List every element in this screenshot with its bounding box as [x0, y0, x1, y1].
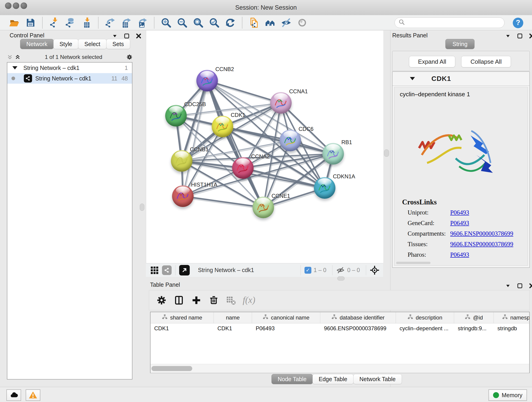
- tab-edge-table[interactable]: Edge Table: [312, 374, 354, 384]
- column-header-database-identifier[interactable]: database identifier: [320, 312, 396, 323]
- collapse-tree-icon[interactable]: [15, 54, 21, 60]
- copy-document-icon[interactable]: [248, 17, 260, 28]
- gear-icon[interactable]: [155, 294, 168, 307]
- memory-button[interactable]: Memory: [488, 389, 527, 401]
- tab-select[interactable]: Select: [78, 39, 106, 49]
- collapse-all-button[interactable]: Collapse All: [461, 56, 511, 67]
- column-header-description[interactable]: description: [396, 312, 454, 323]
- import-table-file-icon[interactable]: [81, 17, 92, 28]
- node-cdc6[interactable]: [279, 130, 301, 151]
- open-session-icon[interactable]: [9, 17, 20, 28]
- network-canvas[interactable]: CCNB2CCNA1CDC25BCDK1CDC6RB1CCNB1CCNA2CDK…: [146, 31, 383, 263]
- float-panel-icon[interactable]: [517, 283, 523, 289]
- crosslink-link[interactable]: P06493: [450, 220, 469, 227]
- column-header-canonical-name[interactable]: canonical name: [252, 312, 320, 323]
- hide-selected-icon[interactable]: [280, 17, 292, 28]
- column-header-namespac[interactable]: namespac: [494, 312, 530, 323]
- help-icon[interactable]: ?: [512, 17, 524, 29]
- protein-structure-thumbnail: [172, 185, 194, 207]
- collapse-panel-icon[interactable]: [505, 33, 511, 39]
- network-row[interactable]: String Network – cdk1 11 48: [7, 73, 132, 84]
- first-neighbors-icon[interactable]: [264, 17, 276, 28]
- network-collection-row[interactable]: String Network – cdk1 1: [7, 63, 132, 73]
- columns-icon[interactable]: [172, 294, 185, 307]
- table-cell[interactable]: cyclin–dependent ...: [396, 323, 454, 333]
- collapse-panel-icon[interactable]: [505, 283, 511, 289]
- scrollbar-handle[interactable]: [152, 366, 192, 371]
- bottom-splitter-grip[interactable]: [337, 276, 345, 281]
- grid-view-icon[interactable]: [150, 266, 159, 274]
- warning-button[interactable]: [26, 389, 40, 401]
- table-cell[interactable]: CDK1: [151, 323, 214, 333]
- show-all-icon[interactable]: [297, 17, 308, 28]
- cloud-button[interactable]: [6, 389, 21, 401]
- zoom-in-icon[interactable]: [160, 17, 172, 28]
- birds-eye-crosshair-icon[interactable]: [370, 265, 380, 275]
- zoom-out-icon[interactable]: [177, 17, 188, 28]
- tab-network-table[interactable]: Network Table: [353, 374, 402, 384]
- table-cell[interactable]: CDK1: [214, 323, 252, 333]
- sitemap-icon: [407, 314, 413, 321]
- column-header-shared-name[interactable]: shared name: [151, 312, 214, 323]
- column-header--id[interactable]: @id: [454, 312, 494, 323]
- node-cdk1[interactable]: [212, 116, 233, 137]
- open-in-new-icon[interactable]: [179, 265, 190, 275]
- node-ccne1[interactable]: [253, 197, 274, 218]
- expand-all-button[interactable]: Expand All: [409, 56, 455, 67]
- export-image-icon[interactable]: [137, 17, 148, 28]
- right-splitter-grip[interactable]: [384, 149, 389, 157]
- node-ccna2[interactable]: [232, 157, 254, 179]
- table-body: CDK1CDK1P064939606.ENSP00000378699cyclin…: [151, 323, 529, 333]
- search-input[interactable]: [406, 19, 504, 26]
- tab-node-table[interactable]: Node Table: [272, 374, 313, 384]
- table-row[interactable]: CDK1CDK1P064939606.ENSP00000378699cyclin…: [151, 323, 529, 333]
- trash-icon[interactable]: [207, 294, 220, 307]
- table-cell[interactable]: stringdb:9...: [454, 323, 494, 333]
- import-network-database-icon[interactable]: [65, 17, 76, 28]
- close-panel-icon[interactable]: [529, 283, 532, 289]
- crosslink-link[interactable]: 9606.ENSP00000378699: [450, 230, 513, 237]
- node-rb1[interactable]: [322, 143, 344, 165]
- table-cell[interactable]: stringdb: [494, 323, 530, 333]
- node-ccnb2[interactable]: [196, 70, 218, 91]
- card-scrollbar[interactable]: [396, 262, 431, 264]
- crosslink-link[interactable]: P06493: [450, 251, 469, 258]
- node-cdc25b[interactable]: [165, 105, 187, 127]
- expand-tree-icon[interactable]: [7, 54, 13, 60]
- tree-expander-icon[interactable]: [12, 66, 17, 70]
- float-panel-icon[interactable]: [517, 33, 523, 39]
- collapse-panel-icon[interactable]: [112, 33, 118, 39]
- tab-string[interactable]: String: [445, 39, 475, 49]
- export-table-icon[interactable]: [120, 17, 132, 28]
- tab-sets[interactable]: Sets: [106, 39, 130, 49]
- node-ccna1[interactable]: [270, 92, 292, 114]
- column-header-name[interactable]: name: [214, 312, 252, 323]
- float-panel-icon[interactable]: [124, 33, 130, 39]
- close-panel-icon[interactable]: [529, 33, 532, 39]
- tab-network[interactable]: Network: [20, 39, 54, 49]
- add-icon[interactable]: [190, 294, 203, 307]
- collapse-entry-icon[interactable]: [410, 77, 415, 80]
- refresh-icon[interactable]: [225, 17, 236, 28]
- crosslink-link[interactable]: P06493: [450, 209, 469, 216]
- table-horizontal-scrollbar[interactable]: [151, 364, 529, 373]
- hidden-eye-icon[interactable]: [336, 266, 345, 274]
- left-splitter-grip[interactable]: [140, 204, 144, 211]
- node-cdkn1a[interactable]: [314, 177, 336, 199]
- gene-card-header[interactable]: CDK1: [393, 72, 530, 86]
- crosslink-link[interactable]: 9606.ENSP00000378699: [450, 241, 513, 248]
- zoom-fit-icon[interactable]: [192, 17, 204, 28]
- export-network-icon[interactable]: [104, 17, 116, 28]
- node-hist1h1a[interactable]: [172, 185, 194, 207]
- close-panel-icon[interactable]: [136, 33, 142, 39]
- search-field[interactable]: [394, 17, 505, 28]
- import-network-file-icon[interactable]: [49, 17, 60, 28]
- selected-checkbox-icon[interactable]: ✓: [304, 267, 311, 274]
- save-session-icon[interactable]: [25, 17, 36, 28]
- table-cell[interactable]: P06493: [252, 323, 320, 333]
- tab-style[interactable]: Style: [53, 39, 79, 49]
- zoom-selected-icon[interactable]: [209, 17, 220, 28]
- table-cell[interactable]: 9606.ENSP00000378699: [320, 323, 396, 333]
- gear-icon[interactable]: [127, 54, 133, 60]
- node-ccnb1[interactable]: [171, 150, 192, 172]
